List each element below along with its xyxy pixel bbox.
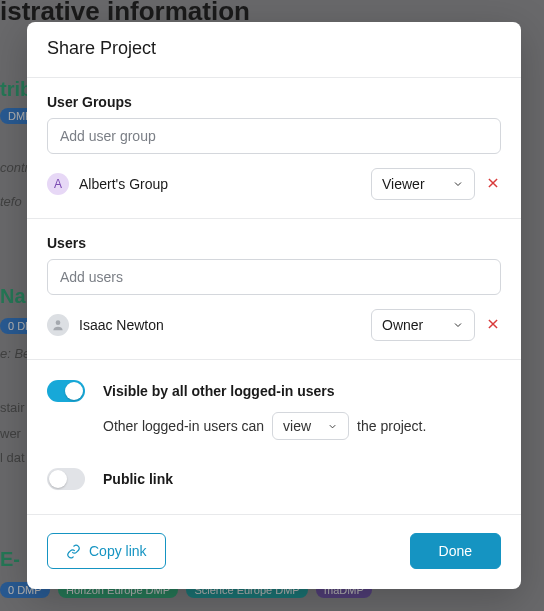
add-users-input[interactable] bbox=[47, 259, 501, 295]
person-icon bbox=[51, 318, 65, 332]
visible-all-label: Visible by all other logged-in users bbox=[103, 383, 335, 399]
modal-footer: Copy link Done bbox=[27, 515, 521, 589]
share-project-modal: Share Project User Groups A Albert's Gro… bbox=[27, 22, 521, 589]
group-role-value: Viewer bbox=[382, 176, 425, 192]
visibility-permission-value: view bbox=[283, 418, 311, 434]
chevron-down-icon bbox=[327, 421, 338, 432]
chevron-down-icon bbox=[452, 319, 464, 331]
add-user-group-input[interactable] bbox=[47, 118, 501, 154]
user-role-value: Owner bbox=[382, 317, 423, 333]
user-groups-section: User Groups A Albert's Group Viewer bbox=[27, 78, 521, 219]
visibility-sub-suffix: the project. bbox=[357, 418, 426, 434]
group-row: A Albert's Group Viewer bbox=[47, 168, 501, 200]
user-name: Isaac Newton bbox=[79, 317, 361, 333]
users-section: Users Isaac Newton Owner bbox=[27, 219, 521, 360]
user-row: Isaac Newton Owner bbox=[47, 309, 501, 341]
public-link-label: Public link bbox=[103, 471, 173, 487]
done-label: Done bbox=[439, 543, 472, 559]
group-name: Albert's Group bbox=[79, 176, 361, 192]
group-role-select[interactable]: Viewer bbox=[371, 168, 475, 200]
public-link-toggle[interactable] bbox=[47, 468, 85, 490]
remove-user-button[interactable] bbox=[485, 317, 501, 333]
user-role-select[interactable]: Owner bbox=[371, 309, 475, 341]
svg-point-2 bbox=[56, 320, 61, 325]
user-avatar bbox=[47, 314, 69, 336]
user-groups-label: User Groups bbox=[47, 94, 501, 110]
close-icon bbox=[486, 317, 500, 331]
visible-all-toggle[interactable] bbox=[47, 380, 85, 402]
remove-group-button[interactable] bbox=[485, 176, 501, 192]
copy-link-label: Copy link bbox=[89, 543, 147, 559]
group-avatar: A bbox=[47, 173, 69, 195]
done-button[interactable]: Done bbox=[410, 533, 501, 569]
visibility-sub-prefix: Other logged-in users can bbox=[103, 418, 264, 434]
users-label: Users bbox=[47, 235, 501, 251]
copy-link-button[interactable]: Copy link bbox=[47, 533, 166, 569]
link-icon bbox=[66, 544, 81, 559]
visibility-permission-select[interactable]: view bbox=[272, 412, 349, 440]
visibility-section: Visible by all other logged-in users Oth… bbox=[27, 360, 521, 515]
chevron-down-icon bbox=[452, 178, 464, 190]
close-icon bbox=[486, 176, 500, 190]
modal-title: Share Project bbox=[27, 22, 521, 78]
